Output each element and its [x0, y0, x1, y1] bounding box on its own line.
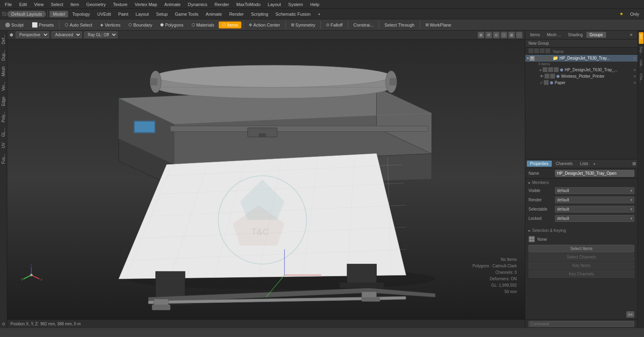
name-input[interactable] [555, 170, 634, 177]
vp-icon-render[interactable]: ⬡ [501, 32, 507, 38]
perspective-dropdown[interactable]: Perspective [16, 31, 49, 38]
scene-tab-items[interactable]: Items [527, 32, 543, 38]
scene-tab-groups[interactable]: Groups [586, 32, 606, 38]
viewport-3d[interactable]: T&C [7, 39, 525, 319]
left-tab-edge[interactable]: Edge [0, 94, 6, 108]
boundary-button[interactable]: ⬡ Boundary [125, 21, 156, 29]
vp-icon-refresh[interactable]: ↺ [485, 32, 492, 38]
raygl-dropdown[interactable]: Ray GL: Off [84, 31, 118, 38]
menu-system[interactable]: System [285, 1, 306, 8]
menu-view[interactable]: View [31, 1, 47, 8]
scene-tab-shading[interactable]: Shading [565, 32, 586, 38]
left-tab-ver[interactable]: Ver... [0, 79, 6, 93]
advanced-dropdown[interactable]: Advanced [52, 31, 82, 38]
left-tab-dup[interactable]: Dup... [0, 48, 6, 63]
autoselect-button[interactable]: ⬡ Auto Select [61, 21, 96, 29]
vertices-button[interactable]: ◈ Vertices [97, 21, 124, 29]
menu-geometry[interactable]: Geometry [83, 1, 109, 8]
mode-render[interactable]: Render [226, 11, 247, 17]
add-mode-button[interactable]: + [315, 11, 324, 17]
far-tab-scr[interactable]: Scr... [639, 32, 644, 44]
tree-root-item[interactable]: ▾ 👁 📁 HP_DesignJet_T630_Tray... ≡ [525, 55, 638, 62]
new-group-button[interactable]: New Group [525, 39, 638, 48]
menu-item[interactable]: Item [67, 1, 82, 8]
root-menu-icon[interactable]: ≡ [634, 56, 636, 60]
workplane-button[interactable]: ⊞ WorkPlane [422, 21, 455, 29]
symmetry-button[interactable]: ⊞ Symmetry [287, 21, 319, 29]
mode-animate[interactable]: Animate [202, 11, 225, 17]
tree-child-1[interactable]: ▸ ⬟ HP_DesignJet_T630_Tray_... ≡ [532, 66, 638, 73]
far-tab-use[interactable]: Use... [639, 58, 644, 71]
mode-uvedit[interactable]: UVEdit [94, 11, 114, 17]
left-tab-bottom[interactable]: ⊙ [0, 320, 6, 328]
props-tab-channels[interactable]: Channels [553, 161, 576, 167]
props-tab-add[interactable]: + [593, 161, 595, 166]
mode-scripting[interactable]: Scripting [248, 11, 272, 17]
sculpt-button[interactable]: Sculpt [2, 21, 27, 29]
props-tab-properties[interactable]: Properties [527, 161, 552, 167]
mode-paint[interactable]: Paint [115, 11, 132, 17]
menu-texture[interactable]: Texture [110, 1, 131, 8]
command-input[interactable] [528, 321, 634, 327]
child2-menu[interactable]: ≡ [634, 74, 636, 79]
props-tab-lists[interactable]: Lists [577, 161, 592, 167]
mode-schematicfusion[interactable]: Schematic Fusion [272, 11, 314, 17]
command-bar [525, 319, 638, 328]
vp-icon-camera[interactable]: ⊙ [493, 32, 500, 38]
mode-layout[interactable]: Layout [132, 11, 152, 17]
props-maximize[interactable]: ⊞ [632, 161, 636, 166]
panel-expand-btn[interactable]: >> [626, 311, 634, 318]
layout-dropdown[interactable]: Default Layouts [7, 11, 46, 17]
menu-help[interactable]: Help [307, 1, 323, 8]
menu-animate[interactable]: Animate [161, 1, 184, 8]
scene-tabs-expand[interactable]: ✕ [626, 32, 636, 38]
materials-button[interactable]: ⬡ Materials [188, 21, 218, 29]
selectthrough-button[interactable]: Select Through [381, 21, 418, 29]
polygons-button[interactable]: ⬟ Polygons [157, 21, 187, 29]
falloff-button[interactable]: ⊙ Falloff [322, 21, 346, 29]
left-tab-uv[interactable]: UV [0, 140, 6, 151]
vp-icon-settings[interactable]: ⋯ [516, 32, 522, 38]
vp-icon-expand[interactable]: ⊞ [508, 32, 515, 38]
svg-text:Z: Z [30, 263, 32, 267]
key-items-button[interactable]: Key Items [528, 262, 634, 269]
menu-layout[interactable]: Layout [264, 1, 284, 8]
child1-menu[interactable]: ≡ [634, 68, 636, 72]
items-button[interactable]: ⬡ Items [219, 21, 242, 29]
tree-child-2[interactable]: 👁 ⬟ Wireless_Plotter_Printer ≡ [532, 73, 638, 79]
menu-file[interactable]: File [2, 1, 15, 8]
scene-tab-mesh[interactable]: Mesh ... [543, 32, 564, 38]
menu-render[interactable]: Render [211, 1, 232, 8]
tree-child-3[interactable]: ✓ ⬟ Paper ≡ [532, 79, 638, 86]
far-tab-cha[interactable]: Cha... [639, 72, 644, 85]
left-tab-def[interactable]: Def... [0, 32, 6, 47]
actioncenter-button[interactable]: ⊕ Action Center [245, 21, 284, 29]
vp-icon-grid[interactable]: ⊞ [478, 32, 484, 38]
presets-button[interactable]: ⬜ Presets [28, 21, 58, 29]
mode-gametools[interactable]: Game Tools [172, 11, 202, 17]
locked-dropdown[interactable]: default ▾ [555, 215, 634, 222]
key-channels-button[interactable]: Key Channels [528, 270, 634, 278]
far-tab-sup[interactable]: Sup... [639, 45, 644, 58]
left-tab-gl[interactable]: GL... [0, 126, 6, 139]
selectable-dropdown[interactable]: default ▾ [555, 206, 634, 213]
select-items-button[interactable]: Select Items [528, 245, 634, 252]
viewport[interactable]: ⬟ Perspective Advanced Ray GL: Off ⊞ ↺ ⊙… [7, 31, 525, 319]
left-tab-fus[interactable]: Fus... [0, 151, 6, 166]
mode-model[interactable]: Model [50, 11, 68, 17]
left-tab-poly[interactable]: Poly... [0, 109, 6, 125]
visible-dropdown[interactable]: default ▾ [555, 187, 634, 194]
menu-vertexmap[interactable]: Vertex Map [132, 1, 161, 8]
only-button[interactable]: Only [627, 11, 642, 17]
constraints-button[interactable]: Constrai... [350, 21, 377, 29]
menu-maxtomodo[interactable]: MaxToModo [233, 1, 264, 8]
menu-edit[interactable]: Edit [16, 1, 30, 8]
child3-menu[interactable]: ≡ [634, 81, 636, 85]
menu-select[interactable]: Select [47, 1, 66, 8]
mode-setup[interactable]: Setup [153, 11, 171, 17]
left-tab-mesh[interactable]: Mesh [0, 64, 6, 79]
mode-topology[interactable]: Topology [69, 11, 93, 17]
menu-dynamics[interactable]: Dynamics [185, 1, 211, 8]
select-channels-button[interactable]: Select Channels [528, 253, 634, 261]
render-dropdown[interactable]: default ▾ [555, 196, 634, 203]
